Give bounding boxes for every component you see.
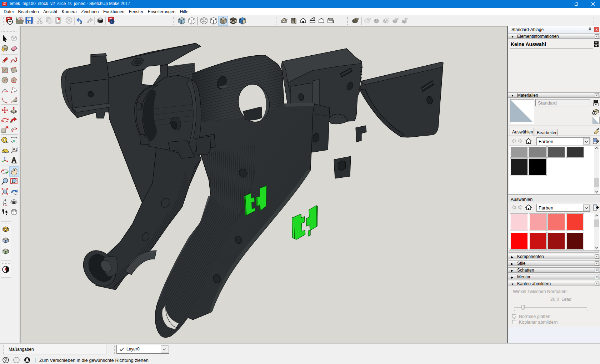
svg-text:i: i — [111, 20, 112, 24]
svg-text:i: i — [16, 358, 16, 362]
svg-text:A1: A1 — [13, 147, 18, 151]
